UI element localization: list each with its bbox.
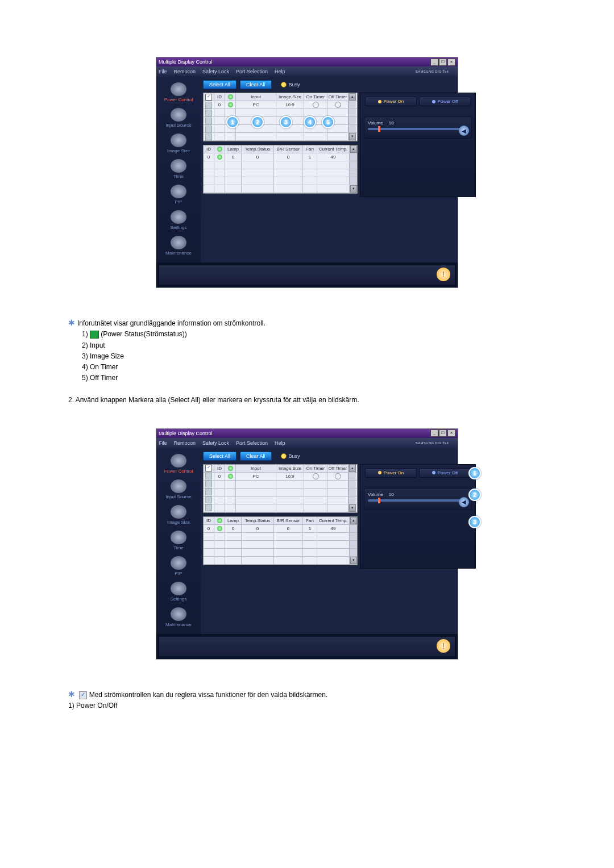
step-text: 2. Använd knappen Markera alla (Select A… (68, 395, 580, 406)
grid-row-check[interactable] (204, 473, 214, 480)
grid2-cell-power (214, 525, 225, 532)
grid2-header-fan: Fan (303, 145, 317, 153)
scroll-down-button[interactable]: ▾ (349, 504, 356, 512)
menu-file[interactable]: File (159, 69, 167, 74)
menu-remocon[interactable]: Remocon (174, 440, 196, 446)
menu-safety-lock[interactable]: Safety Lock (202, 69, 229, 74)
menu-file[interactable]: File (159, 440, 167, 446)
scroll-up-button[interactable]: ▴ (350, 145, 357, 153)
volume-control[interactable]: Volume 10 ◀ (364, 116, 472, 139)
menu-help[interactable]: Help (275, 440, 285, 446)
sidebar: Power Control Input Source Image Size Ti… (156, 77, 201, 262)
sidebar-item-settings[interactable]: Settings (156, 208, 201, 233)
grid-header-check[interactable]: ✓ (204, 465, 214, 472)
callout-1: 1 (226, 116, 239, 128)
clear-all-button[interactable]: Clear All (240, 452, 272, 461)
sidebar-item-label: PIP (175, 571, 182, 576)
grid2-cell-current-temp: 49 (317, 153, 350, 161)
sidebar-item-label: Input Source (165, 494, 191, 499)
menu-safety-lock[interactable]: Safety Lock (202, 440, 229, 446)
volume-label: Volume (368, 492, 383, 497)
sidebar-item-maintenance[interactable]: Maintenance (156, 233, 201, 259)
maximize-button[interactable]: □ (439, 429, 447, 437)
scroll-down-button[interactable]: ▾ (349, 133, 356, 140)
busy-label: Busy (289, 82, 300, 87)
power-off-button[interactable]: Power Off (419, 468, 471, 478)
description-block-2: ✱ ✓ Med strömkontrollen kan du reglera v… (68, 688, 580, 712)
grid2-cell-fan: 1 (303, 153, 317, 161)
maintenance-icon (171, 607, 186, 621)
minimize-button[interactable]: _ (430, 59, 438, 66)
maximize-button[interactable]: □ (439, 59, 447, 66)
sidebar-item-time[interactable]: Time (156, 528, 201, 554)
menu-port-selection[interactable]: Port Selection (236, 69, 268, 74)
sidebar-item-power-control[interactable]: Power Control (156, 80, 201, 106)
grid2-header-temp-status: Temp.Status (242, 145, 274, 153)
menu-port-selection[interactable]: Port Selection (236, 440, 268, 446)
select-all-button[interactable]: Select All (203, 452, 237, 461)
volume-slider[interactable] (368, 499, 468, 502)
sidebar-item-maintenance[interactable]: Maintenance (156, 605, 201, 631)
grid-cell-off-timer (327, 101, 349, 108)
scroll-down-button[interactable]: ▾ (350, 557, 357, 564)
close-button[interactable]: × (447, 429, 455, 437)
close-button[interactable]: × (447, 59, 455, 66)
sidebar-item-time[interactable]: Time (156, 157, 201, 182)
power-off-button[interactable]: Power Off (419, 97, 471, 106)
sidebar-item-label: Settings (171, 225, 187, 230)
grid-header-on-timer: On Timer (304, 93, 327, 101)
clear-all-button[interactable]: Clear All (240, 80, 272, 89)
scroll-up-button[interactable]: ▴ (349, 465, 356, 472)
grid-header-power (225, 465, 236, 472)
brand-label: SAMSUNG DIGITall (416, 441, 449, 445)
power-on-button[interactable]: Power On (365, 97, 417, 106)
grid-header-check[interactable]: ✓ (204, 93, 214, 101)
status-grid: ID Lamp Temp.Status B/R Sensor Fan Curre… (203, 145, 358, 194)
status-bar: ! (159, 265, 455, 285)
volume-control[interactable]: Volume 10 ◀ (364, 488, 472, 510)
power-on-button[interactable]: Power On (365, 468, 417, 478)
sidebar-item-input-source[interactable]: Input Source (156, 106, 201, 131)
list-item: (Power Status(Strömstatus)) (101, 330, 186, 338)
list-item: 1) Power On/Off (68, 700, 580, 711)
busy-indicator-icon (281, 453, 287, 459)
minimize-button[interactable]: _ (430, 429, 438, 437)
sidebar-item-settings[interactable]: Settings (156, 579, 201, 605)
power-off-label: Power Off (438, 470, 458, 475)
list-prefix: 1) (82, 330, 88, 338)
scroll-up-button[interactable]: ▴ (349, 93, 356, 101)
grid2-cell-current-temp: 49 (317, 525, 350, 532)
sidebar-item-pip[interactable]: PIP (156, 182, 201, 208)
grid-header-id: ID (214, 93, 225, 101)
sidebar-item-pip[interactable]: PIP (156, 554, 201, 579)
scroll-up-button[interactable]: ▴ (350, 517, 357, 524)
sidebar-item-image-size[interactable]: Image Size (156, 503, 201, 528)
sidebar-item-power-control[interactable]: Power Control (156, 452, 201, 477)
volume-slider[interactable] (368, 128, 468, 130)
sidebar-item-label: Settings (171, 596, 187, 602)
sidebar-item-image-size[interactable]: Image Size (156, 131, 201, 157)
speaker-icon[interactable]: ◀ (459, 497, 469, 507)
grid-cell-power (225, 101, 236, 108)
grid-cell-image-size: 16:9 (276, 101, 304, 108)
menu-help[interactable]: Help (275, 69, 285, 74)
grid-row-check[interactable] (204, 101, 214, 108)
volume-value: 10 (389, 492, 394, 497)
power-on-label: Power On (384, 99, 404, 104)
grid2-header-power (214, 517, 225, 524)
checkbox-icon: ✓ (79, 691, 87, 699)
scroll-down-button[interactable]: ▾ (350, 185, 357, 193)
grid-cell-input: PC (236, 473, 276, 480)
sidebar-item-label: Time (173, 545, 183, 550)
grid-cell-id: 0 (214, 101, 225, 108)
menu-remocon[interactable]: Remocon (174, 69, 196, 74)
grid-cell-on-timer (304, 101, 327, 108)
settings-icon (171, 582, 186, 595)
grid2-cell-temp-status: 0 (242, 153, 274, 161)
menu-bar: File Remocon Safety Lock Port Selection … (156, 438, 458, 448)
control-panel: Power On Power Off Volume 10 ◀ (360, 464, 476, 569)
speaker-icon[interactable]: ◀ (459, 126, 469, 136)
select-all-button[interactable]: Select All (203, 80, 237, 89)
grid2-cell-br-sensor: 0 (274, 153, 303, 161)
sidebar-item-input-source[interactable]: Input Source (156, 477, 201, 503)
